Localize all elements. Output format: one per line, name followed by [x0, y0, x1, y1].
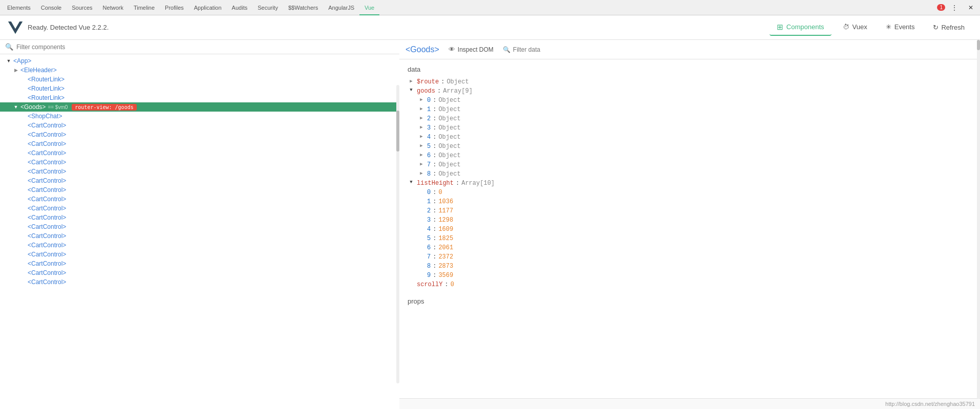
tree-item-cartcontrol-15[interactable]: <CartControl>	[0, 250, 399, 259]
right-header: <Goods> 👁 Inspect DOM 🔍	[399, 40, 980, 59]
tree-item-cartcontrol-13[interactable]: <CartControl>	[0, 231, 399, 241]
vue-header: Ready. Detected Vue 2.2.2. ⊞ Components …	[0, 15, 980, 40]
expand-goods-7[interactable]: ▶	[418, 161, 425, 167]
expand-goods-3[interactable]: ▶	[418, 124, 425, 130]
expand-arrow-cc13	[19, 232, 27, 240]
tree-item-routerlink3[interactable]: <RouterLink>	[0, 93, 399, 102]
val-lh-0: 0	[438, 189, 442, 196]
events-label: Events	[894, 23, 915, 31]
refresh-btn[interactable]: ↻ Refresh	[926, 20, 972, 34]
right-scrollbar-thumb[interactable]	[977, 40, 980, 50]
tab-sources[interactable]: Sources	[67, 0, 97, 15]
tree-item-cartcontrol-14[interactable]: <CartControl>	[0, 241, 399, 250]
tree-item-cartcontrol-6[interactable]: <CartControl>	[0, 167, 399, 176]
goods-5-row: ▶ 5 : Object	[418, 142, 972, 151]
tab-elements[interactable]: Elements	[2, 0, 36, 15]
tab-sswatchers[interactable]: $$Watchers	[283, 0, 323, 15]
expand-route-arrow[interactable]: ▶	[408, 78, 415, 84]
expand-goods-1[interactable]: ▶	[418, 106, 425, 112]
data-key-scrolly: scrollY	[417, 281, 442, 288]
tab-application[interactable]: Application	[189, 0, 227, 15]
tree-item-routerlink2[interactable]: <RouterLink>	[0, 84, 399, 93]
tree-item-cartcontrol-11[interactable]: <CartControl>	[0, 213, 399, 222]
inspect-dom-btn[interactable]: 👁 Inspect DOM	[444, 44, 498, 55]
expand-arrow-cc7	[19, 177, 27, 184]
tree-item-cartcontrol-4[interactable]: <CartControl>	[0, 148, 399, 158]
expand-arrow-cc17	[19, 269, 27, 276]
tree-item-cartcontrol-17[interactable]: <CartControl>	[0, 268, 399, 277]
close-icon[interactable]: ✕	[964, 1, 978, 15]
type-goods-2: Object	[438, 115, 460, 122]
data-colon-route: :	[441, 78, 444, 85]
events-nav-btn[interactable]: ✳ Events	[879, 20, 922, 35]
expand-arrow-app[interactable]: ▼	[5, 57, 12, 64]
filter-components-input[interactable]	[16, 44, 394, 51]
val-lh-7: 2372	[438, 253, 453, 261]
tab-vue[interactable]: Vue	[359, 0, 379, 15]
tree-item-goods[interactable]: ▼ <Goods> == $vm0 router-view: /goods	[0, 102, 399, 112]
expand-goods-4[interactable]: ▶	[418, 134, 425, 139]
expand-arrow-eleheader[interactable]: ▶	[12, 67, 19, 74]
tree-item-cartcontrol-12[interactable]: <CartControl>	[0, 222, 399, 231]
expand-goods-6[interactable]: ▶	[418, 152, 425, 158]
expand-goods-5[interactable]: ▶	[418, 143, 425, 148]
goods-4-row: ▶ 4 : Object	[418, 133, 972, 142]
right-scrollbar-track[interactable]	[977, 40, 980, 399]
expand-listheight-arrow[interactable]: ▼	[408, 180, 415, 185]
tab-audits[interactable]: Audits	[227, 0, 253, 15]
component-name-cc1: <CartControl>	[28, 122, 66, 129]
tab-network[interactable]: Network	[98, 0, 129, 15]
vue-ready-text: Ready. Detected Vue 2.2.2.	[28, 24, 109, 31]
tree-item-cartcontrol-5[interactable]: <CartControl>	[0, 158, 399, 167]
expand-goods-8[interactable]: ▶	[418, 170, 425, 176]
tree-item-cartcontrol-2[interactable]: <CartControl>	[0, 130, 399, 139]
data-type-listheight: Array[10]	[461, 180, 495, 187]
components-label: Components	[786, 23, 824, 31]
tree-item-app[interactable]: ▼ <App>	[0, 56, 399, 66]
tab-timeline[interactable]: Timeline	[129, 0, 160, 15]
expand-arrow-cc1	[19, 122, 27, 129]
more-options-icon[interactable]: ⋮	[947, 1, 962, 15]
lh-3-row: 3 : 1298	[418, 216, 972, 225]
tree-item-shopchat[interactable]: <ShopChat>	[0, 112, 399, 121]
tree-item-routerlink1[interactable]: <RouterLink>	[0, 75, 399, 84]
tree-item-cartcontrol-3[interactable]: <CartControl>	[0, 139, 399, 148]
val-lh-8: 2873	[438, 263, 453, 270]
component-name-cc13: <CartControl>	[28, 232, 66, 240]
key-lh-9: 9	[427, 272, 431, 279]
components-nav-btn[interactable]: ⊞ Components	[770, 19, 832, 36]
expand-arrow-cc10	[19, 205, 27, 212]
filter-data-input[interactable]	[513, 46, 590, 53]
components-icon: ⊞	[777, 23, 783, 32]
tree-item-cartcontrol-10[interactable]: <CartControl>	[0, 204, 399, 213]
tree-item-cartcontrol-9[interactable]: <CartControl>	[0, 195, 399, 204]
left-scrollbar-thumb[interactable]	[396, 111, 399, 152]
key-goods-2: 2	[427, 115, 431, 122]
expand-arrow-goods[interactable]: ▼	[12, 103, 19, 111]
tab-security[interactable]: Security	[252, 0, 283, 15]
tree-item-cartcontrol-8[interactable]: <CartControl>	[0, 185, 399, 195]
type-goods-4: Object	[438, 134, 460, 141]
tree-item-eleheader[interactable]: ▶ <EleHeader>	[0, 66, 399, 75]
expand-arrow-cc9	[19, 196, 27, 203]
component-name-cc16: <CartControl>	[28, 260, 66, 267]
component-name-cc4: <CartControl>	[28, 149, 66, 157]
tab-profiles[interactable]: Profiles	[160, 0, 189, 15]
expand-goods-0[interactable]: ▶	[418, 97, 425, 102]
vuex-nav-btn[interactable]: ⏱ Vuex	[836, 20, 875, 35]
key-lh-3: 3	[427, 217, 431, 224]
tab-angularjs[interactable]: AngularJS	[323, 0, 359, 15]
type-goods-6: Object	[438, 152, 460, 159]
left-scrollbar-track[interactable]	[396, 85, 399, 383]
tab-console[interactable]: Console	[36, 0, 67, 15]
expand-arrow-cc6	[19, 168, 27, 175]
key-goods-6: 6	[427, 152, 431, 159]
expand-goods-arrow[interactable]: ▼	[408, 88, 415, 93]
tree-item-cartcontrol-18[interactable]: <CartControl>	[0, 277, 399, 287]
expand-goods-2[interactable]: ▶	[418, 115, 425, 121]
tree-item-cartcontrol-16[interactable]: <CartControl>	[0, 259, 399, 268]
tree-item-cartcontrol-7[interactable]: <CartControl>	[0, 176, 399, 185]
data-key-listheight: listHeight	[417, 180, 454, 187]
goods-3-row: ▶ 3 : Object	[418, 123, 972, 133]
tree-item-cartcontrol-1[interactable]: <CartControl>	[0, 121, 399, 130]
